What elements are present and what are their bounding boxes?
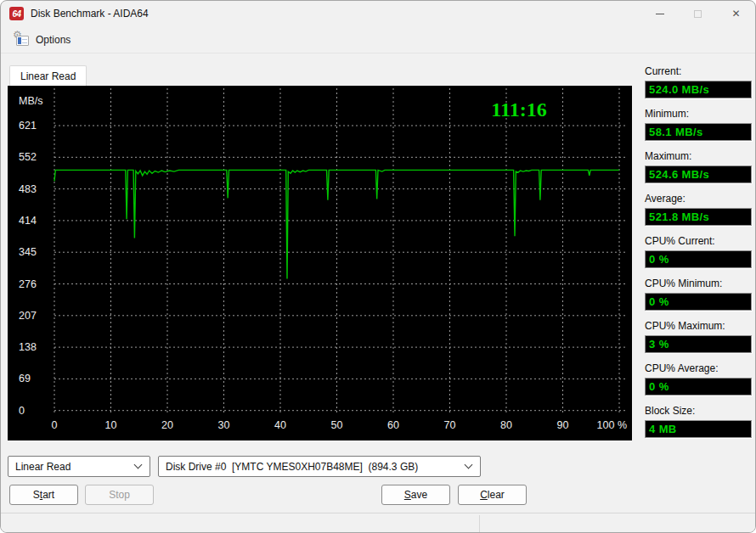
stat-value: 58.1 MB/s: [645, 123, 752, 141]
start-button[interactable]: Start: [9, 485, 78, 505]
stat-label: Minimum:: [645, 108, 752, 121]
menu-item-options[interactable]: ⚙ Options: [6, 28, 79, 52]
stat-label: CPU% Maximum:: [645, 320, 752, 333]
stat-value: 521.8 MB/s: [645, 208, 752, 226]
stat-cpu-current: CPU% Current: 0 %: [645, 235, 752, 268]
stat-label: CPU% Minimum:: [645, 278, 752, 290]
minimize-button[interactable]: [640, 1, 679, 26]
stat-cpu-maximum: CPU% Maximum: 3 %: [645, 320, 752, 353]
svg-text:30: 30: [218, 419, 230, 431]
stat-label: CPU% Current:: [645, 235, 752, 248]
svg-text:100 %: 100 %: [597, 419, 627, 431]
window-controls: ✕: [640, 1, 755, 26]
benchmark-chart: MB/s621552483414345276207138690010203040…: [8, 86, 632, 440]
benchmark-type-value: Linear Read: [15, 461, 130, 473]
maximize-icon: [694, 10, 702, 18]
svg-text:60: 60: [387, 419, 399, 431]
window-title: Disk Benchmark - AIDA64: [31, 8, 149, 20]
svg-text:111:16: 111:16: [491, 98, 546, 121]
svg-text:483: 483: [19, 183, 37, 195]
stats-panel: Current: 524.0 MB/s Minimum: 58.1 MB/s M…: [645, 65, 752, 447]
svg-text:0: 0: [19, 405, 25, 417]
svg-text:40: 40: [274, 419, 286, 431]
stat-value: 0 %: [645, 378, 752, 396]
stat-block-size: Block Size: 4 MB: [645, 405, 752, 438]
stat-label: Block Size:: [645, 405, 752, 418]
svg-text:0: 0: [52, 419, 58, 431]
status-bar-divider: [479, 515, 480, 532]
svg-text:207: 207: [19, 310, 37, 322]
svg-text:90: 90: [557, 419, 569, 431]
status-bar: [1, 513, 755, 533]
options-label: Options: [36, 34, 71, 46]
svg-text:69: 69: [19, 373, 31, 384]
svg-text:138: 138: [19, 341, 37, 353]
stat-label: CPU% Average:: [645, 362, 752, 375]
stat-cpu-average: CPU% Average: 0 %: [645, 362, 752, 396]
disk-drive-select[interactable]: Disk Drive #0 [YMTC YMES0XH07B48ME] (894…: [158, 456, 481, 477]
svg-text:552: 552: [19, 151, 37, 163]
svg-text:20: 20: [161, 419, 173, 431]
stat-value: 0 %: [645, 293, 752, 311]
menu-bar: ⚙ Options: [1, 26, 755, 53]
svg-text:345: 345: [19, 246, 37, 258]
stat-value: 4 MB: [645, 420, 752, 438]
aida64-app-icon: 64: [9, 7, 24, 20]
svg-text:80: 80: [500, 419, 512, 431]
clear-button[interactable]: Clear: [458, 485, 527, 505]
stat-value: 0 %: [645, 250, 752, 268]
minimize-icon: [656, 14, 664, 14]
chevron-down-icon: [134, 461, 143, 469]
stat-value: 524.6 MB/s: [645, 166, 752, 183]
stat-value: 524.0 MB/s: [645, 81, 752, 98]
svg-text:276: 276: [19, 278, 37, 290]
stat-value: 3 %: [645, 335, 752, 353]
disk-benchmark-window: 64 Disk Benchmark - AIDA64 ✕ ⚙ Opti: [0, 0, 756, 533]
stat-label: Average:: [645, 193, 752, 205]
disk-drive-value: Disk Drive #0 [YMTC YMES0XH07B48ME] (894…: [166, 461, 460, 473]
tab-linear-read[interactable]: Linear Read: [9, 65, 87, 86]
options-icon: ⚙: [13, 31, 30, 48]
svg-text:621: 621: [19, 120, 37, 132]
stat-minimum: Minimum: 58.1 MB/s: [645, 108, 752, 141]
close-button[interactable]: ✕: [717, 1, 755, 26]
stat-label: Current:: [645, 65, 752, 78]
svg-text:MB/s: MB/s: [19, 95, 42, 107]
chevron-down-icon: [465, 461, 473, 469]
maximize-button-disabled: [679, 1, 717, 26]
stat-maximum: Maximum: 524.6 MB/s: [645, 150, 752, 183]
tab-label: Linear Read: [20, 70, 76, 82]
svg-text:414: 414: [19, 215, 37, 227]
stat-average: Average: 521.8 MB/s: [645, 193, 752, 226]
stop-button: Stop: [85, 485, 154, 505]
close-icon: ✕: [731, 8, 740, 19]
benchmark-type-select[interactable]: Linear Read: [8, 456, 150, 477]
svg-text:10: 10: [105, 419, 117, 431]
save-button[interactable]: Save: [381, 485, 450, 505]
svg-text:50: 50: [331, 419, 343, 431]
title-bar: 64 Disk Benchmark - AIDA64 ✕: [1, 1, 755, 26]
stat-label: Maximum:: [645, 150, 752, 163]
svg-text:70: 70: [444, 419, 456, 431]
stat-cpu-minimum: CPU% Minimum: 0 %: [645, 278, 752, 311]
stat-current: Current: 524.0 MB/s: [645, 65, 752, 98]
